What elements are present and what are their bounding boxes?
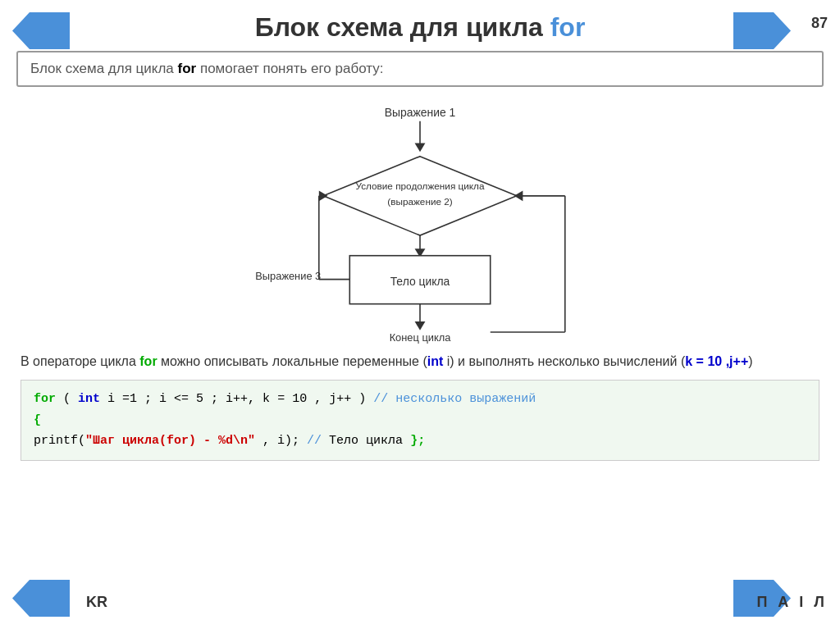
bottom-right-label: П А І Л: [756, 594, 828, 611]
svg-text:Тело цикла: Тело цикла: [390, 275, 450, 288]
flowchart-label-expr1: Выражение 1: [385, 106, 456, 119]
code-line-1: for ( int i =1 ; i <= 5 ; i++, k = 10 , …: [34, 389, 806, 410]
description-paragraph: В операторе цикла for можно описывать ло…: [21, 352, 819, 371]
bottom-left-label: KR: [86, 594, 107, 611]
code-line-3: printf("Шаг цикла(for) - %d\n" , i); // …: [34, 431, 806, 452]
code-int-keyword: int: [78, 392, 100, 406]
svg-text:Конец цикла: Конец цикла: [390, 331, 452, 344]
svg-text:Выражение 3: Выражение 3: [255, 270, 321, 282]
svg-marker-21: [319, 190, 328, 201]
prev-arrow-bottom[interactable]: [12, 580, 70, 617]
code-string: "Шаг цикла(for) - %d\n": [85, 434, 255, 448]
code-block: for ( int i =1 ; i <= 5 ; i++, k = 10 , …: [21, 380, 819, 461]
svg-text:Условие продолжения цикла: Условие продолжения цикла: [355, 180, 485, 191]
svg-marker-1: [415, 144, 426, 153]
svg-marker-15: [514, 190, 523, 201]
subtitle-box: Блок схема для цикла for помогает понять…: [16, 51, 824, 87]
page-number: 87: [811, 15, 828, 32]
code-line-2: {: [34, 410, 806, 431]
code-comment-1: // несколько выражений: [373, 392, 536, 406]
svg-text:(выражение 2): (выражение 2): [387, 196, 453, 207]
page-title: Блок схема для цикла for: [0, 0, 840, 43]
code-for-keyword: for: [34, 392, 56, 406]
svg-marker-10: [415, 321, 426, 330]
flowchart-diagram: Выражение 1 Условие продолжения цикла (в…: [174, 99, 666, 345]
